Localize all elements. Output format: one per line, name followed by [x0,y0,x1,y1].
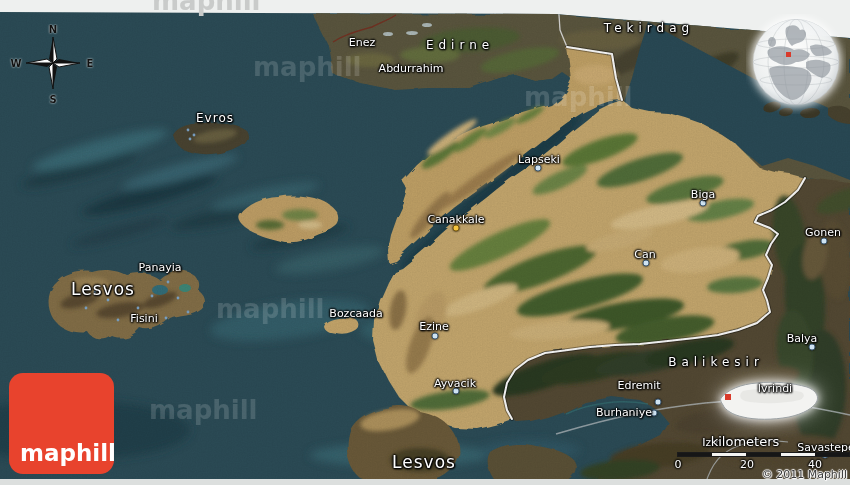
maphill-logo[interactable]: maphill [9,373,114,474]
globe-locator [746,14,846,114]
town-marker [535,165,542,172]
map-label-lapseki: Lapseki [518,153,560,166]
compass-west-label: W [10,58,21,69]
scale-segment [781,453,815,456]
town-marker [809,344,816,351]
scale-segment [678,453,712,456]
map-label-balya: Balya [787,332,818,345]
town-marker [700,200,707,207]
globe-region-marker [786,52,791,57]
map-label-can: Can [634,248,655,261]
town-marker [821,238,828,245]
map-label-tekirdag: Tekirdag [604,21,694,35]
map-label-lesvos: Lesvos [71,279,135,299]
scale-tick-20: 20 [740,458,754,471]
map-label-ayvacik: Ayvacik [434,377,476,390]
compass-north-label: N [49,24,57,35]
scale-bar: kilometers 02040 [677,436,850,468]
map-label-enez: Enez [349,36,375,49]
satellite-map-view[interactable]: N S W E [0,0,850,485]
scale-unit-label: kilometers [711,434,780,449]
compass-east-label: E [87,58,94,69]
compass-rose: N S W E [8,24,98,109]
map-label-edirne: Edirne [426,38,494,52]
compass-star [26,37,80,89]
scale-bar-segments [677,452,850,457]
map-label-gonen: Gonen [805,226,841,239]
town-marker [432,333,439,340]
scale-segment [746,453,780,456]
scale-tick-0: 0 [675,458,682,471]
bottom-strip [0,479,850,485]
town-marker [643,260,650,267]
map-label-biga: Biga [691,188,715,201]
scale-segment [815,453,849,456]
locator-region-marker [725,394,731,400]
map-label-evros: Evros [196,111,234,125]
map-label-burhaniye: Burhaniye [596,406,652,419]
scale-segment [712,453,746,456]
map-label-balikesir: Balikesir [668,355,764,369]
map-label-fisini: Fisini [130,312,157,325]
map-label-edremit: Edremit [617,379,660,392]
map-label-ezine: Ezine [419,320,449,333]
map-label-panayia: Panayia [139,261,182,274]
map-label-abdurrahim: Abdurrahim [379,62,444,75]
compass-south-label: S [49,94,56,105]
copyright-notice: © 2011 Maphill [762,468,847,481]
capital-marker [453,225,460,232]
town-marker [655,399,662,406]
map-label-bozcaada: Bozcaada [329,307,382,320]
map-label-canakkale: Canakkale [427,213,484,226]
map-label-lesvos: Lesvos [392,452,456,472]
maphill-logo-text: maphill [20,440,116,466]
map-label-ivrindi: Ivrindi [758,382,792,395]
